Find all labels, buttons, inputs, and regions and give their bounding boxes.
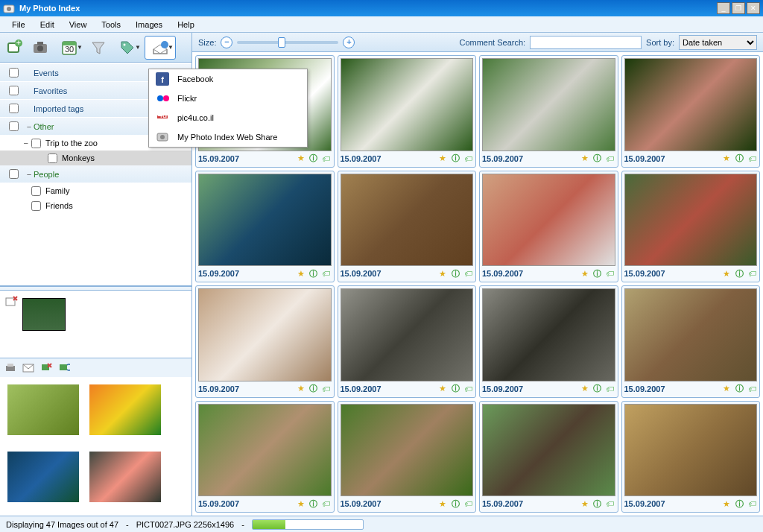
thumbnail-image[interactable] (341, 404, 474, 497)
print-icon[interactable] (4, 362, 16, 374)
star-icon[interactable]: ★ (580, 384, 590, 394)
funnel-button[interactable] (86, 36, 110, 60)
info-icon[interactable]: ⓘ (734, 384, 744, 394)
thumbnail-cell[interactable]: 15.09.2007★ⓘ🏷 (195, 171, 335, 283)
strip-thumb[interactable] (88, 450, 162, 504)
star-icon[interactable]: ★ (296, 268, 306, 279)
share-facebook[interactable]: fFacebook (149, 69, 307, 89)
star-icon[interactable]: ★ (437, 384, 448, 394)
thumbnail-image[interactable] (198, 288, 332, 381)
sort-select[interactable]: Date taken (679, 35, 757, 50)
info-icon[interactable]: ⓘ (450, 153, 460, 164)
tag-icon[interactable]: 🏷 (747, 498, 757, 509)
info-icon[interactable]: ⓘ (308, 498, 319, 509)
tag-checkbox[interactable] (31, 201, 41, 211)
thumbnail-image[interactable] (341, 288, 474, 381)
thumbnail-cell[interactable]: 15.09.2007★ⓘ🏷 (621, 55, 761, 168)
delete-icon[interactable] (40, 362, 52, 374)
strip-thumb[interactable] (88, 383, 162, 437)
thumbnail-cell[interactable]: 15.09.2007★ⓘ🏷 (338, 401, 477, 513)
thumbnail-cell[interactable]: 15.09.2007★ⓘ🏷 (621, 401, 761, 513)
tag-icon[interactable]: 🏷 (463, 268, 473, 279)
thumbnail-image[interactable] (198, 174, 332, 267)
remove-selection-icon[interactable] (4, 295, 18, 308)
tag-checkbox[interactable] (9, 86, 19, 95)
menu-images[interactable]: Images (128, 18, 170, 31)
thumbnail-cell[interactable]: 15.09.2007★ⓘ🏷 (479, 171, 618, 283)
info-icon[interactable]: ⓘ (308, 384, 319, 394)
star-icon[interactable]: ★ (721, 268, 732, 279)
thumbnail-image[interactable] (198, 404, 332, 497)
add-photo-button[interactable]: + (3, 36, 27, 60)
size-decrease-button[interactable]: − (221, 37, 232, 48)
share-button[interactable]: ▼ (145, 36, 176, 60)
star-icon[interactable]: ★ (580, 268, 590, 279)
refresh-icon[interactable] (58, 362, 70, 374)
star-icon[interactable]: ★ (296, 153, 306, 164)
star-icon[interactable]: ★ (296, 384, 306, 394)
calendar-button[interactable]: 30▼ (54, 36, 85, 60)
thumbnail-image[interactable] (482, 404, 615, 497)
tag-checkbox[interactable] (9, 68, 19, 77)
thumbnail-cell[interactable]: 15.09.2007★ⓘ🏷 (621, 285, 761, 398)
tag-icon[interactable]: 🏷 (747, 268, 757, 279)
info-icon[interactable]: ⓘ (308, 153, 319, 164)
thumbnail-cell[interactable]: 15.09.2007★ⓘ🏷 (338, 55, 477, 168)
menu-view[interactable]: View (62, 18, 95, 31)
tag-checkbox[interactable] (9, 169, 19, 179)
maximize-button[interactable]: ❐ (732, 2, 745, 14)
strip-thumb[interactable] (6, 383, 80, 437)
tag-family[interactable]: Family (0, 183, 191, 198)
tag-icon[interactable]: 🏷 (463, 384, 473, 394)
info-icon[interactable]: ⓘ (592, 384, 603, 394)
tag-checkbox[interactable] (48, 153, 57, 163)
info-icon[interactable]: ⓘ (734, 153, 744, 164)
tag-button[interactable]: ▼ (112, 36, 143, 60)
thumbnail-image[interactable] (624, 58, 758, 151)
tag-icon[interactable]: 🏷 (463, 153, 473, 164)
thumbnail-image[interactable] (482, 174, 615, 267)
thumbnail-cell[interactable]: 15.09.2007★ⓘ🏷 (479, 55, 618, 168)
thumbnail-cell[interactable]: 15.09.2007★ⓘ🏷 (338, 285, 477, 398)
thumbnail-image[interactable] (624, 288, 758, 381)
tag-checkbox[interactable] (31, 139, 41, 148)
share-webshare[interactable]: My Photo Index Web Share (149, 127, 307, 147)
thumbnail-cell[interactable]: 15.09.2007★ⓘ🏷 (621, 171, 761, 283)
star-icon[interactable]: ★ (296, 498, 306, 509)
size-track[interactable] (237, 41, 338, 44)
camera-button[interactable] (28, 36, 52, 60)
thumbnail-cell[interactable]: 15.09.2007★ⓘ🏷 (195, 401, 335, 513)
menu-tools[interactable]: Tools (94, 18, 128, 31)
tag-icon[interactable]: 🏷 (605, 268, 615, 279)
star-icon[interactable]: ★ (437, 153, 448, 164)
menu-file[interactable]: File (4, 18, 33, 31)
minimize-button[interactable]: _ (717, 2, 730, 14)
strip-thumb[interactable] (6, 450, 80, 504)
info-icon[interactable]: ⓘ (592, 153, 603, 164)
tag-icon[interactable]: 🏷 (463, 498, 473, 509)
menu-edit[interactable]: Edit (33, 18, 62, 31)
thumbnail-cell[interactable]: 15.09.2007★ⓘ🏷 (195, 285, 335, 398)
tag-icon[interactable]: 🏷 (605, 153, 615, 164)
thumbnail-cell[interactable]: 15.09.2007★ⓘ🏷 (338, 171, 477, 283)
thumbnail-image[interactable] (341, 174, 474, 267)
star-icon[interactable]: ★ (721, 153, 732, 164)
star-icon[interactable]: ★ (580, 498, 590, 509)
tag-friends[interactable]: Friends (0, 198, 191, 213)
share-pic4u[interactable]: 4upic4u.co.il (149, 108, 307, 127)
tag-checkbox[interactable] (31, 186, 41, 196)
tag-monkeys[interactable]: Monkeys (0, 151, 191, 165)
star-icon[interactable]: ★ (580, 153, 590, 164)
size-thumb[interactable] (278, 37, 285, 48)
star-icon[interactable]: ★ (437, 498, 448, 509)
thumbnail-image[interactable] (341, 58, 474, 151)
tag-icon[interactable]: 🏷 (747, 153, 757, 164)
info-icon[interactable]: ⓘ (734, 268, 744, 279)
info-icon[interactable]: ⓘ (450, 268, 460, 279)
share-flickr[interactable]: Flickr (149, 89, 307, 108)
selection-thumbnail[interactable] (22, 298, 66, 331)
tag-icon[interactable]: 🏷 (321, 384, 332, 394)
tag-checkbox[interactable] (9, 121, 19, 131)
info-icon[interactable]: ⓘ (450, 498, 460, 509)
tag-icon[interactable]: 🏷 (747, 384, 757, 394)
